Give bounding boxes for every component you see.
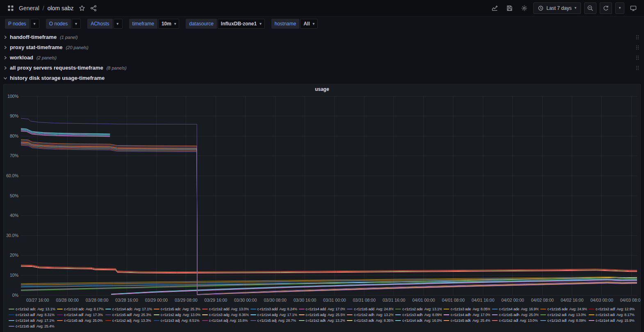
series-color-dash [589, 314, 594, 315]
series-color-dash [9, 309, 14, 309]
variable-label[interactable]: hostname [271, 19, 300, 29]
legend-item[interactable]: c-r1z1s4 adhAvg: 17.0% [444, 312, 490, 317]
share-icon[interactable] [88, 2, 99, 14]
variable-value-dropdown[interactable]: InfluxDB-zone1▾ [218, 19, 265, 29]
legend-item[interactable]: c-r1z1s5 adlAvg: 25.4% [9, 324, 55, 329]
legend-item[interactable]: c-r1z1s4 adiAvg: 17.1% [9, 318, 55, 323]
legend-item[interactable]: c-r1z1s5 addAvg: 24.8% [347, 307, 394, 312]
legend-item[interactable]: c-r1z1s5 adkAvg: 25.4% [444, 318, 490, 323]
time-range-picker[interactable]: Last 7 days ▾ [533, 2, 581, 14]
y-axis-tick-label: 0% [12, 293, 18, 298]
legend-item[interactable]: c-r1z1s5 adiAvg: 25.0% [57, 318, 104, 323]
usage-legend: c-r1z1s2 adcAvg: 13.1%c-r1z1s3 adcAvg: 8… [4, 306, 640, 332]
variable-value-dropdown[interactable]: All▾ [300, 19, 318, 29]
legend-item[interactable]: c-r1z1s5 adhAvg: 25.0% [492, 312, 539, 317]
series-color-dash [154, 320, 159, 321]
legend-item[interactable]: c-r1z1s4 adcAvg: 17.1% [105, 307, 152, 312]
series-avg-value: Avg: 8.09% [568, 318, 586, 323]
legend-item[interactable]: c-r1z1s2 adcAvg: 13.1% [9, 307, 55, 312]
series-name: c-r1z1s5 adi [64, 318, 83, 323]
variable-label[interactable]: O nodes [46, 19, 71, 29]
x-axis-tick-label: 04/03 00:00 [590, 298, 613, 303]
row-drag-handle[interactable] [634, 54, 641, 61]
series-color-dash [444, 314, 449, 315]
series-avg-value: Avg: 8.36% [231, 312, 248, 317]
cycle-view-mode-icon[interactable] [628, 2, 639, 14]
legend-item[interactable]: c-r1z1s5 adfAvg: 25.3% [105, 312, 152, 317]
legend-item[interactable]: c-r1z1s2 adfAvg: 12.9% [589, 307, 635, 312]
legend-item[interactable]: c-r1z1s4 adeAvg: 16.9% [492, 307, 539, 312]
variable-label[interactable]: P nodes [5, 19, 30, 29]
series-avg-value: Avg: 25.4% [36, 324, 55, 329]
legend-item[interactable]: c-r1z1s5 adcAvg: 25.3% [154, 307, 200, 312]
variable-label[interactable]: datasource [186, 19, 216, 29]
series-name: c-r1z1s5 add [354, 307, 374, 312]
legend-item[interactable]: c-r1z1s5 adeAvg: 24.9% [540, 307, 587, 312]
legend-item[interactable]: c-r1z1s3 adjAvg: 8.51% [154, 318, 200, 323]
save-dashboard-icon[interactable] [504, 2, 515, 14]
legend-item[interactable]: c-r1z1s4 adkAvg: 16.0% [395, 318, 442, 323]
star-icon[interactable] [76, 2, 88, 14]
legend-item[interactable]: c-r1z1s5 adjAvg: 28.7% [250, 318, 297, 323]
breadcrumb-separator: / [43, 5, 44, 11]
dashboard-row-handoff-timeframe[interactable]: handoff-timeframe (1 panel) [0, 32, 644, 42]
series-avg-value: Avg: 8.17% [617, 312, 635, 317]
series-color-dash [347, 320, 353, 321]
dashboard-row-history-disk-storage-usage-timeframe[interactable]: history disk storage usage-timeframe [0, 73, 644, 83]
legend-item[interactable]: c-r1z1s2 adgAvg: 13.0% [154, 312, 200, 317]
dashboard-settings-icon[interactable] [519, 2, 530, 14]
legend-item[interactable]: c-r1z1s3 adcAvg: 8.17% [57, 307, 104, 312]
zoom-out-icon[interactable] [584, 2, 596, 14]
legend-item[interactable]: c-r1z1s3 adfAvg: 8.31% [9, 312, 55, 317]
variable-value-dropdown[interactable]: 10m▾ [158, 19, 180, 29]
legend-item[interactable]: c-r1z1s3 adlAvg: 8.09% [540, 318, 587, 323]
legend-item[interactable]: c-r1z1s3 adiAvg: 8.17% [589, 312, 635, 317]
legend-item[interactable]: c-r1z1s2 adlAvg: 13.0% [492, 318, 539, 323]
legend-item[interactable]: c-r1z1s2 adkAvg: 13.2% [299, 318, 346, 323]
series-avg-value: Avg: 25.0% [521, 312, 539, 317]
refresh-icon[interactable] [600, 2, 612, 14]
x-axis-tick-label: 04/01 08:00 [442, 298, 465, 303]
legend-item[interactable]: c-r1z1s4 adgAvg: 17.1% [250, 312, 297, 317]
legend-item[interactable]: c-r1z1s2 adhAvg: 13.2% [347, 312, 394, 317]
legend-item[interactable]: c-r1z1s2 adeAvg: 13.1% [395, 307, 442, 312]
legend-item[interactable]: c-r1z1s4 adfAvg: 17.3% [57, 312, 104, 317]
x-axis-tick-label: 04/01 16:00 [472, 298, 495, 303]
series-name: c-r1z1s4 adj [209, 318, 228, 323]
dashboard-row-all-proxy-servers-requests-timeframe[interactable]: all proxy servers requests-timeframe (8 … [0, 63, 644, 73]
variable-label[interactable]: timeframe [129, 19, 157, 29]
dashboard-row-workload[interactable]: workload (2 panels) [0, 52, 644, 63]
variable-value-dropdown[interactable]: ▾ [72, 19, 81, 29]
legend-item[interactable]: c-r1z1s4 adjAvg: 15.8% [202, 318, 249, 323]
variable-label[interactable]: AChosts [87, 19, 112, 29]
breadcrumb-dashboard-title[interactable]: olom sabz [48, 5, 74, 11]
legend-item[interactable]: c-r1z1s3 adeAvg: 8.05% [444, 307, 490, 312]
series-name: c-r1z1s3 adk [354, 318, 374, 323]
series-avg-value: Avg: 24.9% [569, 307, 587, 312]
series-color-dash [9, 314, 14, 315]
add-panel-icon[interactable] [489, 2, 501, 14]
variable-value-dropdown[interactable]: ▾ [30, 19, 39, 29]
legend-item[interactable]: c-r1z1s2 adjAvg: 13.3% [105, 318, 152, 323]
legend-item[interactable]: c-r1z1s2 addAvg: 13.0% [202, 307, 249, 312]
breadcrumb-folder[interactable]: General [19, 5, 39, 11]
legend-item[interactable]: c-r1z1s3 addAvg: 8.24% [250, 307, 297, 312]
row-drag-handle[interactable] [634, 34, 641, 41]
usage-chart[interactable]: 0%10%20%30.0%40%50%60.0%70%80%90%100%03/… [4, 93, 640, 306]
legend-item[interactable]: c-r1z1s4 adlAvg: 15.9% [589, 318, 635, 323]
legend-item[interactable]: c-r1z1s3 adgAvg: 8.36% [202, 312, 249, 317]
legend-item[interactable]: c-r1z1s3 adkAvg: 8.35% [347, 318, 394, 323]
refresh-interval-dropdown[interactable]: ▾ [615, 2, 624, 14]
legend-item[interactable]: c-r1z1s5 adgAvg: 25.5% [299, 312, 346, 317]
legend-item[interactable]: c-r1z1s3 adhAvg: 8.09% [395, 312, 442, 317]
row-title: workload [10, 54, 33, 61]
series-avg-value: Avg: 13.0% [182, 312, 200, 317]
dashboards-grid-icon[interactable] [5, 2, 16, 14]
panel-title[interactable]: usage [4, 84, 640, 93]
legend-item[interactable]: c-r1z1s4 addAvg: 17.0% [299, 307, 346, 312]
dashboard-row-proxy-stat-timeframe[interactable]: proxy stat-timeframe (20 panels) [0, 42, 644, 52]
legend-item[interactable]: c-r1z1s2 adiAvg: 13.0% [540, 312, 587, 317]
row-drag-handle[interactable] [634, 65, 641, 71]
row-drag-handle[interactable] [634, 44, 641, 51]
variable-value-dropdown[interactable]: ▾ [114, 19, 123, 29]
